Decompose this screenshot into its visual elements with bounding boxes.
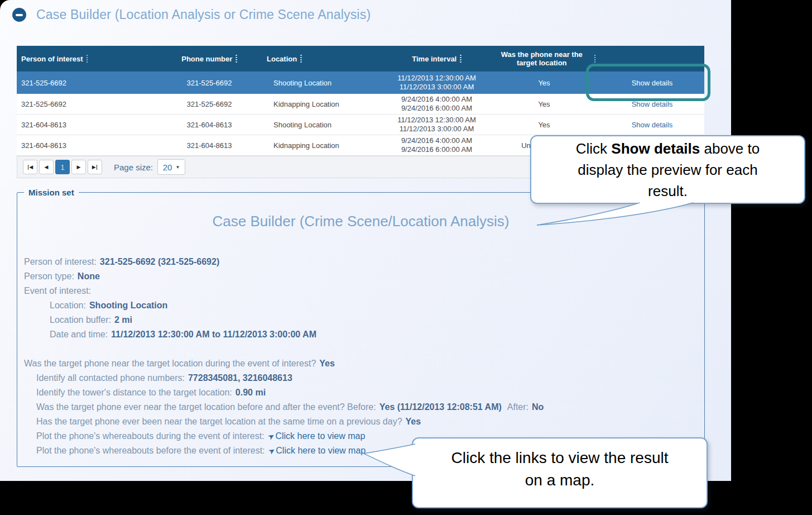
phone-cell: 321-604-8613 [156, 141, 262, 150]
chevron-down-icon: ▼ [175, 165, 180, 170]
location-cell: Kidnapping Location [262, 141, 385, 150]
location-cell: Kidnapping Location [262, 100, 385, 108]
next-page-button[interactable]: ▶ [71, 160, 86, 174]
person-cell: 321-525-6692 [17, 100, 156, 108]
person-cell: 321-525-6692 [17, 79, 156, 87]
interval-cell: 11/12/2013 12:30:00 AM 11/12/2013 3:00:0… [385, 116, 488, 133]
location-cell: Shooting Location [262, 79, 385, 87]
sort-icon [87, 55, 88, 63]
view-map-during-link[interactable]: ➤Click here to view map [268, 431, 366, 441]
phone-cell: 321-604-8613 [156, 121, 262, 129]
mission-line-person-type: Person type:None [17, 269, 704, 284]
person-cell: 321-604-8613 [17, 121, 156, 129]
near-cell: Yes [488, 121, 600, 129]
mission-line-contacted: Identify all contacted phone numbers:772… [17, 371, 704, 385]
column-header-person[interactable]: Person of interest [17, 55, 156, 63]
collapse-section-icon[interactable] [12, 8, 26, 22]
mission-set-fieldset: Mission set Case Builder (Crime Scene/Lo… [17, 188, 705, 467]
mission-line-event: Event of interest: [17, 284, 704, 298]
page-size-label: Page size: [114, 163, 153, 172]
section-header: Case Builder (Location Analysis or Crime… [12, 7, 371, 22]
sort-icon [236, 55, 237, 63]
view-map-before-link[interactable]: ➤Click here to view map [268, 446, 366, 455]
table-header-row: Person of interest Phone number Location… [17, 46, 704, 71]
person-cell: 321-604-8613 [17, 141, 156, 150]
interval-cell: 9/24/2016 4:00:00 AM 9/24/2016 6:00:00 A… [385, 136, 488, 154]
phone-cell: 321-525-6692 [156, 100, 262, 108]
near-cell: Yes [488, 100, 600, 108]
near-cell: Yes [488, 79, 600, 87]
page-title: Case Builder (Location Analysis or Crime… [36, 7, 371, 22]
callout-show-details: Click Show details above to display the … [530, 135, 805, 204]
mission-line-near-question: Was the target phone near the target loc… [17, 356, 704, 371]
column-header-interval[interactable]: Time interval [385, 55, 488, 63]
table-row[interactable]: 321-604-8613 321-604-8613 Shooting Locat… [17, 115, 704, 135]
column-header-location[interactable]: Location [262, 55, 385, 63]
column-header-phone[interactable]: Phone number [156, 55, 262, 63]
sort-icon [460, 55, 462, 63]
mission-line-before-after: Was the target phone ever near the targe… [17, 400, 704, 414]
mission-line-buffer: Location buffer:2 mi [17, 313, 704, 327]
callout-map-links: Click the links to view the result on a … [412, 437, 708, 508]
table-row[interactable]: 321-525-6692 321-525-6692 Kidnapping Loc… [17, 94, 704, 115]
first-page-button[interactable]: ◀ [23, 160, 37, 174]
mission-line-datetime: Date and time:11/12/2013 12:30:00 AM to … [17, 327, 704, 342]
column-header-near-location[interactable]: Was the phone near the target location [488, 50, 600, 67]
phone-cell: 321-525-6692 [156, 79, 262, 87]
mission-line-person: Person of interest:321-525-6692 (321-525… [17, 255, 704, 269]
screenshot-frame: Case Builder (Location Analysis or Crime… [0, 0, 812, 515]
mission-set-legend: Mission set [24, 188, 79, 197]
sort-icon [300, 55, 302, 63]
previous-page-button[interactable]: ◀ [39, 160, 54, 174]
table-row[interactable]: 321-525-6692 321-525-6692 Shooting Locat… [17, 71, 704, 94]
page-size-select[interactable]: 20 ▼ [157, 159, 185, 175]
mission-title: Case Builder (Crime Scene/Location Analy… [17, 213, 704, 230]
sort-icon [594, 55, 596, 63]
case-builder-panel: Case Builder (Location Analysis or Crime… [0, 0, 731, 481]
page-number-button[interactable]: 1 [55, 160, 70, 174]
mission-line-distance: Identify the tower's distance to the tar… [17, 385, 704, 400]
mission-details: Person of interest:321-525-6692 (321-525… [17, 255, 704, 458]
show-details-link[interactable]: Show details [632, 121, 673, 129]
show-details-link[interactable]: Show details [632, 79, 673, 87]
interval-cell: 9/24/2016 4:00:00 AM 9/24/2016 6:00:00 A… [385, 95, 488, 113]
mission-line-location: Location:Shooting Location [17, 298, 704, 313]
last-page-button[interactable]: ▶ [88, 160, 102, 174]
mission-line-previous-day: Has the target phone ever been near the … [17, 414, 704, 429]
location-cell: Shooting Location [262, 121, 385, 129]
interval-cell: 11/12/2013 12:30:00 AM 11/12/2013 3:00:0… [385, 74, 488, 92]
show-details-link[interactable]: Show details [632, 100, 673, 108]
